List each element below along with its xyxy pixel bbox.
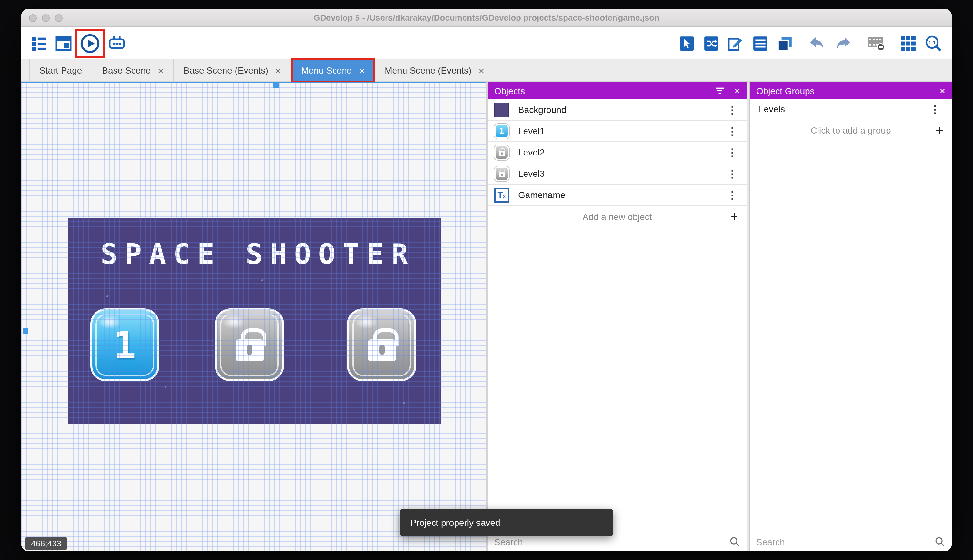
object-menu-button[interactable]: ⋮	[725, 167, 740, 180]
level1-number: 1	[113, 323, 136, 367]
editor-content: SPACE SHOOTER 1	[21, 82, 952, 551]
object-row-gamename[interactable]: Tx Gamename ⋮	[488, 185, 746, 206]
objects-panel-title: Objects	[494, 85, 525, 96]
tab-start-page[interactable]: Start Page	[29, 59, 92, 81]
redo-button[interactable]	[834, 35, 852, 51]
tab-close-icon[interactable]: ×	[478, 65, 484, 76]
level1-button-icon: 1	[494, 123, 509, 138]
groups-list: Levels ⋮ Click to add a group +	[750, 99, 952, 532]
text-icon-subglyph: x	[503, 193, 506, 199]
tab-label: Base Scene (Events)	[183, 65, 268, 75]
filter-button[interactable]	[714, 85, 725, 96]
objects-editor-button[interactable]	[679, 35, 695, 51]
panels-divider[interactable]	[746, 82, 750, 551]
zoom-one-to-one-icon: 1:1	[925, 35, 942, 52]
object-row-level3[interactable]: Level3 ⋮	[488, 163, 746, 185]
undo-icon	[808, 35, 826, 51]
background-instance[interactable]: SPACE SHOOTER 1	[68, 218, 441, 424]
plus-icon[interactable]: +	[730, 209, 738, 224]
layers-icon	[777, 35, 793, 51]
tab-close-icon[interactable]: ×	[359, 65, 365, 76]
star-dot	[107, 295, 108, 297]
objects-panel-close-button[interactable]: ×	[734, 85, 740, 96]
star-dot	[261, 279, 263, 281]
level1-button-instance[interactable]: 1	[90, 308, 159, 381]
undo-button[interactable]	[808, 35, 826, 51]
selection-top-edge	[21, 82, 486, 83]
project-manager-button[interactable]	[31, 35, 47, 51]
object-groups-icon	[703, 35, 720, 51]
lock-icon	[235, 339, 263, 361]
object-menu-button[interactable]: ⋮	[725, 189, 740, 201]
add-object-button[interactable]: Add a new object +	[488, 206, 746, 227]
tab-label: Base Scene	[102, 65, 151, 75]
object-menu-button[interactable]: ⋮	[725, 146, 740, 158]
tab-menu-scene-events[interactable]: Menu Scene (Events) ×	[375, 59, 495, 81]
close-window-button[interactable]	[29, 14, 37, 22]
locked-button-icon	[494, 166, 509, 181]
tab-base-scene-events[interactable]: Base Scene (Events) ×	[174, 59, 292, 81]
level2-button-instance[interactable]	[215, 308, 284, 381]
locked-button-icon	[494, 145, 509, 160]
editor-tabbar: Start Page Base Scene × Base Scene (Even…	[21, 59, 952, 82]
selection-handle-top[interactable]	[273, 82, 279, 88]
object-row-level2[interactable]: Level2 ⋮	[488, 142, 746, 163]
properties-pencil-icon	[728, 35, 744, 51]
filmstrip-minus-icon	[867, 35, 885, 52]
group-menu-button[interactable]: ⋮	[927, 103, 943, 115]
selection-handle-left[interactable]	[23, 328, 28, 334]
groups-search-bar	[750, 532, 952, 551]
tab-base-scene[interactable]: Base Scene ×	[92, 59, 174, 81]
scene-canvas[interactable]: SPACE SHOOTER 1	[21, 82, 486, 551]
star-dot	[165, 386, 167, 388]
toolbar-right-group: 1:1	[679, 35, 942, 52]
debugger-icon	[108, 35, 125, 51]
object-menu-button[interactable]: ⋮	[725, 103, 740, 116]
object-row-background[interactable]: Background ⋮	[488, 99, 746, 121]
filter-icon	[714, 85, 725, 96]
object-groups-editor-button[interactable]	[703, 35, 720, 51]
scene-window-button[interactable]	[55, 35, 72, 51]
toast-message: Project properly saved	[410, 517, 500, 528]
object-name: Gamename	[518, 190, 565, 200]
instances-list-button[interactable]	[752, 35, 768, 51]
tab-close-icon[interactable]: ×	[275, 65, 281, 76]
zoom-button[interactable]: 1:1	[925, 35, 942, 52]
groups-search-input[interactable]	[756, 537, 929, 547]
tab-menu-scene[interactable]: Menu Scene ×	[291, 59, 375, 81]
tab-label: Menu Scene (Events)	[385, 65, 472, 75]
search-icon	[934, 536, 945, 547]
objects-panel: Objects × Background ⋮ 1 Level1	[488, 82, 746, 551]
tab-close-icon[interactable]: ×	[158, 65, 163, 76]
macos-titlebar: GDevelop 5 - /Users/dkarakay/Documents/G…	[21, 9, 952, 27]
level3-button-instance[interactable]	[347, 308, 416, 381]
background-swatch-icon	[494, 102, 509, 117]
object-menu-button[interactable]: ⋮	[725, 125, 740, 137]
minimize-window-button[interactable]	[42, 14, 50, 22]
objects-search-input[interactable]	[494, 537, 724, 547]
render-options-button[interactable]	[867, 35, 885, 52]
layers-editor-button[interactable]	[777, 35, 793, 51]
add-group-button[interactable]: Click to add a group +	[750, 119, 952, 141]
screenshot-root: GDevelop 5 - /Users/dkarakay/Documents/G…	[0, 0, 973, 560]
instances-list-icon	[752, 35, 768, 51]
object-groups-close-button[interactable]: ×	[940, 85, 945, 96]
plus-icon[interactable]: +	[935, 122, 943, 138]
debugger-button[interactable]	[108, 35, 125, 51]
scene-title-text[interactable]: SPACE SHOOTER	[68, 237, 441, 270]
toggle-grid-button[interactable]	[900, 35, 916, 51]
preview-play-button[interactable]	[80, 33, 100, 53]
group-row-levels[interactable]: Levels ⋮	[750, 99, 952, 119]
play-icon	[80, 33, 100, 53]
lock-icon	[498, 151, 505, 156]
text-object-icon: Tx	[494, 187, 509, 202]
zoom-window-button[interactable]	[55, 14, 63, 22]
tab-label: Menu Scene	[301, 65, 352, 75]
objects-list: Background ⋮ 1 Level1 ⋮ Level2 ⋮	[488, 99, 746, 532]
object-row-level1[interactable]: 1 Level1 ⋮	[488, 121, 746, 142]
object-groups-panel: Object Groups × Levels ⋮ Click to add a …	[750, 82, 952, 551]
object-groups-header: Object Groups ×	[750, 82, 952, 99]
zoom-level-label: 1:1	[928, 39, 936, 45]
main-toolbar: 1:1	[21, 27, 952, 59]
properties-panel-button[interactable]	[728, 35, 744, 51]
